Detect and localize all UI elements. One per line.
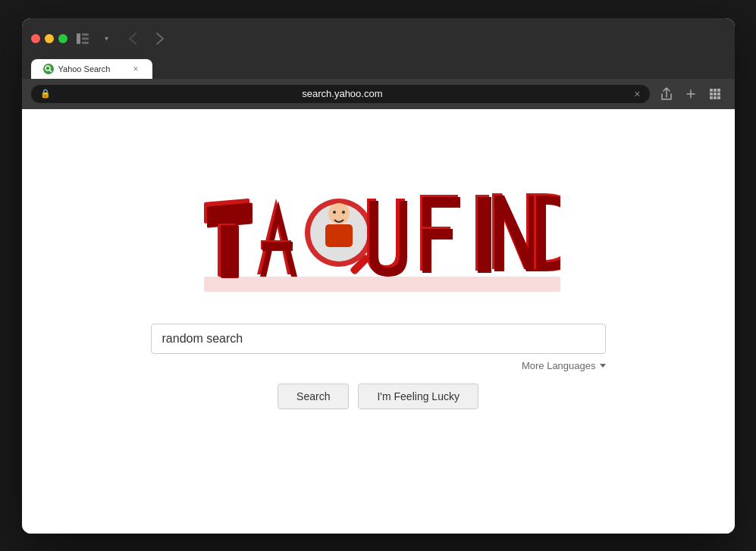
toolbar: 🔒 ×	[22, 79, 735, 109]
svg-rect-12	[710, 96, 713, 99]
traffic-lights	[31, 34, 67, 43]
svg-rect-14	[717, 96, 720, 99]
chevron-down-icon	[600, 364, 606, 368]
svg-point-25	[328, 203, 350, 224]
close-window-button[interactable]	[31, 34, 40, 43]
tab-favicon	[43, 64, 54, 74]
yahoo-logo	[196, 187, 560, 308]
search-input-wrapper	[151, 324, 606, 354]
maximize-window-button[interactable]	[58, 34, 67, 43]
svg-rect-0	[77, 33, 80, 44]
back-button[interactable]	[122, 28, 143, 49]
svg-rect-11	[717, 92, 720, 95]
address-bar-container[interactable]: 🔒 ×	[31, 85, 650, 103]
active-tab[interactable]: Yahoo Search ×	[31, 59, 152, 79]
svg-marker-40	[494, 196, 536, 271]
svg-rect-22	[262, 242, 293, 251]
browser-chrome: ▾ Yahoo	[22, 18, 735, 109]
clear-address-button[interactable]: ×	[634, 88, 640, 100]
svg-point-27	[333, 211, 336, 214]
new-tab-button[interactable]	[680, 83, 701, 105]
search-form: More Languages Search I'm Feeling Lucky	[151, 324, 606, 409]
tab-title: Yahoo Search	[58, 64, 127, 74]
logo-area	[196, 187, 560, 308]
app-grid-button[interactable]	[704, 83, 726, 105]
svg-rect-37	[478, 197, 491, 273]
toolbar-right	[656, 83, 726, 105]
more-languages-link[interactable]: More Languages	[522, 360, 606, 371]
svg-rect-9	[710, 92, 713, 95]
svg-rect-35	[422, 229, 453, 239]
search-input[interactable]	[151, 324, 606, 354]
svg-rect-33	[422, 197, 460, 208]
lock-icon: 🔒	[40, 89, 51, 99]
sidebar-toggle-button[interactable]	[74, 30, 92, 48]
svg-rect-42	[536, 196, 546, 271]
more-languages-text: More Languages	[522, 360, 596, 371]
svg-rect-26	[325, 224, 353, 247]
svg-rect-43	[204, 277, 560, 292]
minimize-window-button[interactable]	[45, 34, 54, 43]
address-bar-input[interactable]	[55, 88, 630, 99]
page-content: More Languages Search I'm Feeling Lucky	[22, 109, 735, 534]
svg-rect-18	[221, 225, 239, 278]
svg-rect-13	[714, 96, 717, 99]
close-tab-button[interactable]: ×	[131, 64, 140, 74]
svg-rect-7	[714, 89, 717, 92]
svg-line-5	[49, 70, 52, 72]
svg-rect-2	[82, 37, 89, 39]
titlebar: ▾	[22, 18, 735, 52]
forward-button[interactable]	[149, 28, 171, 49]
svg-rect-1	[82, 33, 89, 36]
chevron-down-icon[interactable]: ▾	[98, 30, 116, 48]
svg-point-28	[342, 211, 345, 214]
svg-rect-6	[710, 89, 713, 92]
tab-bar: Yahoo Search ×	[22, 52, 735, 79]
search-button[interactable]: Search	[278, 384, 349, 409]
share-button[interactable]	[656, 83, 677, 105]
svg-rect-10	[714, 92, 717, 95]
browser-window: ▾ Yahoo	[22, 18, 735, 534]
feeling-lucky-button[interactable]: I'm Feeling Lucky	[358, 384, 478, 409]
svg-point-4	[45, 66, 50, 70]
svg-rect-8	[717, 89, 720, 92]
svg-marker-20	[260, 201, 297, 277]
svg-rect-3	[82, 42, 89, 44]
search-buttons: Search I'm Feeling Lucky	[278, 384, 478, 409]
